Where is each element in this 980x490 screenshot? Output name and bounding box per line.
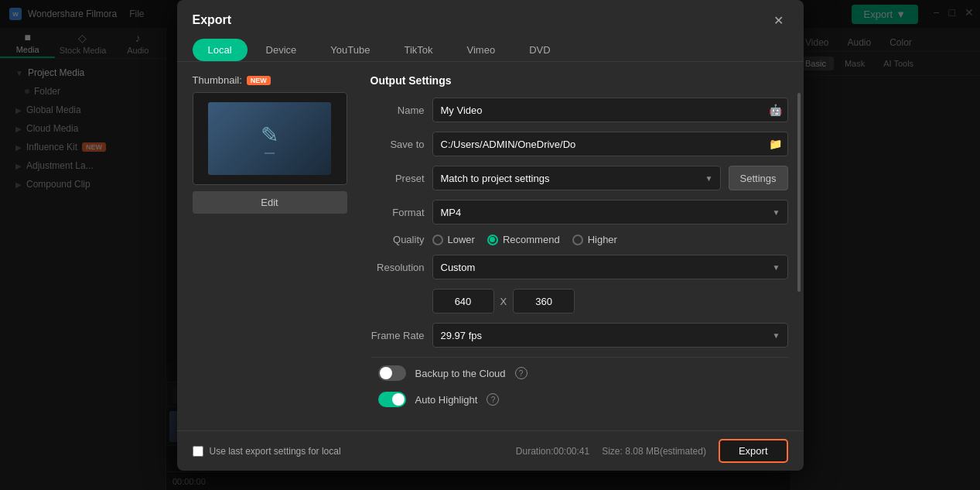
edit-pencil-icon: ✎ [261,122,278,148]
radio-recommend-outer [487,235,498,245]
thumb-decoration [265,152,275,154]
auto-highlight-label: Auto Highlight [415,394,478,406]
save-to-input-wrapper: 📁 [432,132,788,156]
frame-rate-select[interactable]: 29.97 fps [432,323,788,348]
format-label: Format [370,207,425,218]
footer-right: Duration:00:00:41 Size: 8.08 MB(estimate… [516,439,788,463]
radio-higher-outer [572,235,583,245]
frame-rate-select-wrapper: 29.97 fps ▼ [432,323,788,348]
toggle-knob [380,367,392,379]
thumbnail-edit-button[interactable]: Edit [193,191,347,214]
name-input-wrapper: 🤖 [432,98,788,122]
resolution-select-wrapper: Custom ▼ [432,255,788,279]
res-x-label: X [500,296,507,307]
save-to-label: Save to [370,139,425,150]
backup-cloud-toggle[interactable] [378,365,406,381]
export-modal: Export ✕ Local Device YouTube TikTok Vim… [177,0,804,471]
thumbnail-section: Thumbnail: NEW ✎ Edit [193,74,355,418]
output-settings-title: Output Settings [370,74,788,87]
auto-highlight-knob [392,393,405,406]
size-stat: Size: 8.08 MB(estimated) [602,446,706,457]
export-button[interactable]: Export [719,439,788,463]
save-to-row: Save to 📁 [370,132,788,156]
quality-higher[interactable]: Higher [572,234,617,245]
frame-rate-label: Frame Rate [370,330,425,341]
name-row: Name 🤖 [370,98,788,122]
modal-tabs: Local Device YouTube TikTok Vimeo DVD [177,29,804,62]
preset-label: Preset [370,173,425,184]
tab-local[interactable]: Local [193,39,248,61]
modal-header: Export ✕ [177,0,804,29]
resolution-inputs: X [432,289,788,314]
folder-icon[interactable]: 📁 [769,138,782,150]
radio-lower-outer [432,235,443,245]
name-label: Name [370,105,425,116]
radio-recommend-label: Recommend [503,234,560,245]
scroll-indicator[interactable] [797,93,801,424]
tab-vimeo[interactable]: Vimeo [452,39,511,61]
output-settings: Output Settings Name 🤖 Save to 📁 [370,74,788,418]
format-select-wrapper: MP4 ▼ [432,200,788,224]
modal-title: Export [193,13,232,27]
backup-cloud-label: Backup to the Cloud [415,368,506,379]
format-select[interactable]: MP4 [432,200,788,224]
name-input[interactable] [432,98,788,122]
auto-highlight-info-icon[interactable]: ? [487,393,499,406]
quality-row: Quality Lower Recommend [370,234,788,245]
tab-dvd[interactable]: DVD [514,39,565,61]
auto-highlight-row: Auto Highlight ? [378,392,788,407]
resolution-label: Resolution [370,262,425,273]
settings-button[interactable]: Settings [729,166,788,190]
quality-radio-group: Lower Recommend Higher [432,234,617,245]
preset-select[interactable]: Match to project settings [432,166,721,190]
thumbnail-new-badge: NEW [247,76,271,85]
save-to-input[interactable] [432,132,788,156]
thumbnail-preview-box: ✎ [193,92,347,185]
preset-select-wrapper: Match to project settings ▼ [432,166,721,190]
quality-label: Quality [370,234,425,245]
quality-recommend[interactable]: Recommend [487,234,560,245]
radio-higher-label: Higher [588,234,617,245]
resolution-height-input[interactable] [513,289,575,314]
preset-row: Preset Match to project settings ▼ Setti… [370,166,788,190]
resolution-row: Resolution Custom ▼ [370,255,788,279]
tab-youtube[interactable]: YouTube [315,39,385,61]
thumbnail-inner: ✎ [208,102,330,175]
divider [370,357,788,358]
modal-close-button[interactable]: ✕ [770,11,788,29]
radio-lower-label: Lower [448,234,475,245]
modal-body: Thumbnail: NEW ✎ Edit Output Settings [177,62,804,430]
auto-highlight-toggle[interactable] [378,392,406,407]
resolution-width-input[interactable] [432,289,494,314]
backup-info-icon[interactable]: ? [515,367,528,379]
frame-rate-row: Frame Rate 29.97 fps ▼ [370,323,788,348]
backup-cloud-row: Backup to the Cloud ? [378,365,788,381]
resolution-select[interactable]: Custom [432,255,788,279]
tab-device[interactable]: Device [251,39,312,61]
ai-icon: 🤖 [769,104,782,116]
thumbnail-label: Thumbnail: NEW [193,74,355,86]
last-export-checkbox[interactable] [193,446,203,457]
modal-footer: Use last export settings for local Durat… [177,430,804,471]
modal-overlay: Export ✕ Local Device YouTube TikTok Vim… [0,0,980,490]
last-export-label: Use last export settings for local [210,446,341,457]
scrollbar [797,93,801,292]
duration-stat: Duration:00:00:41 [516,446,589,457]
radio-recommend-inner [490,237,495,242]
quality-lower[interactable]: Lower [432,234,475,245]
footer-left: Use last export settings for local [193,446,341,457]
format-row: Format MP4 ▼ [370,200,788,224]
tab-tiktok[interactable]: TikTok [388,39,448,61]
